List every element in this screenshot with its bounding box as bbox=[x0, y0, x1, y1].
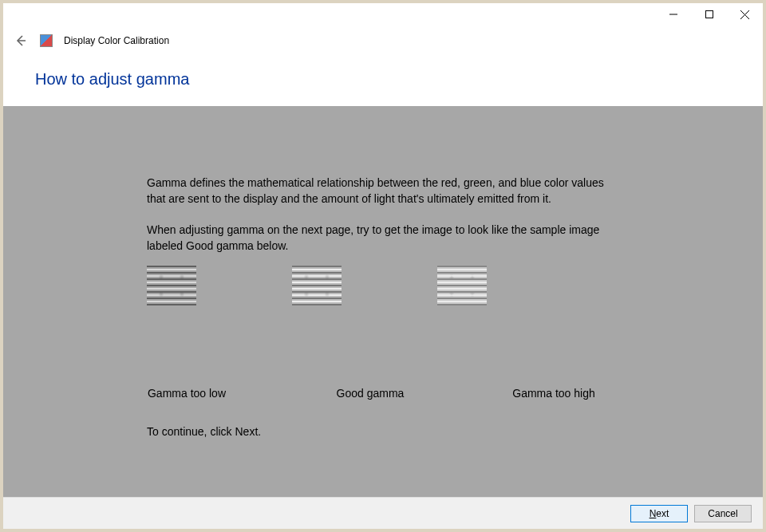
header-bar: Display Color Calibration bbox=[3, 29, 763, 53]
gamma-high-swatch bbox=[437, 266, 487, 305]
gamma-good-swatch bbox=[292, 266, 342, 305]
cancel-button-label: Cancel bbox=[708, 508, 737, 519]
content-area: Gamma defines the mathematical relations… bbox=[3, 106, 763, 497]
wizard-footer: Next Cancel bbox=[3, 497, 763, 529]
label-gamma-good: Good gamma bbox=[314, 387, 426, 400]
label-gamma-low: Gamma too low bbox=[131, 387, 243, 400]
sample-gamma-high bbox=[437, 266, 487, 305]
label-gamma-high: Gamma too high bbox=[498, 387, 610, 400]
gamma-sample-labels: Gamma too low Good gamma Gamma too high bbox=[131, 387, 610, 400]
maximize-button[interactable] bbox=[691, 3, 727, 26]
minimize-button[interactable] bbox=[655, 3, 691, 26]
body-text: Gamma defines the mathematical relations… bbox=[147, 175, 610, 268]
close-button[interactable] bbox=[727, 3, 763, 26]
back-arrow-icon[interactable] bbox=[13, 33, 29, 49]
window-titlebar bbox=[3, 3, 763, 29]
gamma-low-swatch bbox=[147, 266, 196, 305]
sample-gamma-low bbox=[147, 266, 196, 305]
next-button[interactable]: Next bbox=[630, 505, 688, 522]
page-heading: How to adjust gamma bbox=[3, 53, 763, 106]
app-icon bbox=[40, 34, 53, 47]
app-title: Display Color Calibration bbox=[64, 35, 169, 46]
paragraph-instruction: When adjusting gamma on the next page, t… bbox=[147, 222, 610, 254]
calibration-wizard-window: Display Color Calibration How to adjust … bbox=[3, 3, 763, 529]
sample-gamma-good bbox=[292, 266, 342, 305]
paragraph-gamma-definition: Gamma defines the mathematical relations… bbox=[147, 175, 610, 207]
next-button-label: Next bbox=[650, 508, 669, 519]
continue-text: To continue, click Next. bbox=[147, 425, 261, 438]
cancel-button[interactable]: Cancel bbox=[694, 505, 752, 522]
desktop-background: Display Color Calibration How to adjust … bbox=[0, 0, 766, 532]
svg-rect-1 bbox=[705, 11, 713, 18]
gamma-samples-row bbox=[147, 266, 610, 305]
